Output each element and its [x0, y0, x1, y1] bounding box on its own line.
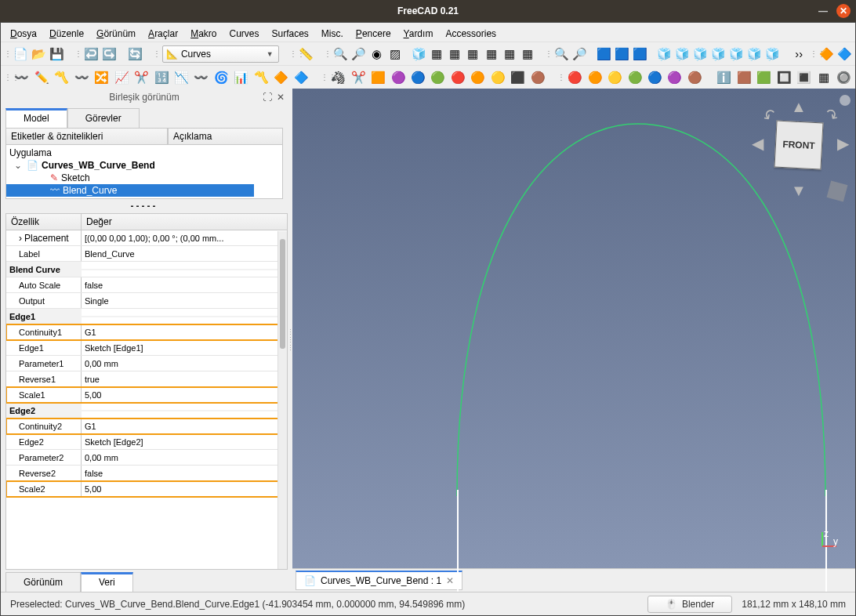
bbox-icon[interactable]: ▨ [387, 45, 402, 63]
refresh-icon[interactable]: 🔄 [128, 45, 143, 63]
redo-icon[interactable]: ↪️ [102, 45, 117, 63]
tree-app[interactable]: Uygulama [6, 147, 282, 159]
m-2-icon[interactable]: 🟠 [586, 69, 603, 86]
tree-hdr-labels[interactable]: Etiketler & öznitelikleri [6, 129, 168, 145]
rear-icon[interactable]: ▦ [484, 45, 499, 63]
c-discr-icon[interactable]: 🔢 [153, 69, 169, 86]
close-tab-icon[interactable]: ✕ [446, 575, 454, 586]
menu-view[interactable]: Görünüm [96, 28, 136, 39]
tree-sketch[interactable]: ✎ Sketch [6, 172, 282, 184]
c-comb-icon[interactable]: 📊 [233, 69, 249, 86]
c-approx-icon[interactable]: 〰️ [193, 69, 209, 86]
zoom-sel-icon[interactable]: 🔍 [554, 45, 569, 63]
splitter-dashes[interactable]: ----- [1, 199, 288, 213]
c-iso-icon[interactable]: 🔷 [293, 69, 310, 86]
s-face-icon[interactable]: 🟣 [390, 69, 406, 86]
part-box-icon[interactable]: 🟦 [597, 45, 611, 63]
m-info-icon[interactable]: ℹ️ [716, 69, 732, 86]
bottom-icon[interactable]: ▦ [502, 45, 517, 63]
m-3-icon[interactable]: 🟡 [607, 69, 623, 86]
part-cube-icon[interactable]: 🟦 [615, 45, 629, 63]
m-solid-icon[interactable]: 🟫 [735, 69, 752, 86]
view7-icon[interactable]: 🧊 [765, 45, 780, 63]
c-face-icon[interactable]: 🔶 [273, 69, 289, 86]
menu-window[interactable]: Pencere [356, 28, 391, 39]
m-face4-icon[interactable]: 🔳 [796, 69, 812, 86]
expand-icon[interactable]: › [19, 233, 22, 244]
m-7-icon[interactable]: 🟤 [687, 69, 703, 86]
m-face3-icon[interactable]: 🔲 [775, 69, 792, 86]
expand-icon[interactable]: ⌄ [14, 160, 24, 171]
nav-cube[interactable]: ▲ ◀ ▶ ▼ ↶ ↷ FRONT [753, 95, 847, 205]
close-panel-icon[interactable]: ✕ [277, 92, 285, 103]
s-rot-icon[interactable]: 🟤 [530, 69, 546, 86]
m-1-icon[interactable]: 🔴 [567, 69, 583, 86]
c-line-icon[interactable]: 〰️ [13, 69, 30, 86]
tab-data[interactable]: Veri [81, 572, 133, 592]
m-grid-icon[interactable]: ▦ [815, 69, 832, 86]
menu-accessories[interactable]: Accessories [445, 28, 496, 39]
m-6-icon[interactable]: 🟣 [666, 69, 683, 86]
top-icon[interactable]: ▦ [448, 45, 462, 63]
view4-icon[interactable]: 🧊 [711, 45, 726, 63]
iso-icon[interactable]: 🧊 [412, 45, 426, 63]
close-button[interactable]: ✕ [836, 4, 851, 18]
menu-edit[interactable]: Düzenle [49, 28, 84, 39]
view3-icon[interactable]: 🧊 [693, 45, 708, 63]
part-cube2-icon[interactable]: 🟦 [633, 45, 647, 63]
view6-icon[interactable]: 🧊 [747, 45, 762, 63]
help-icon[interactable]: 🔷 [837, 45, 852, 63]
prop-scrollbar[interactable] [277, 231, 287, 569]
menu-surfaces[interactable]: Surfaces [272, 28, 309, 39]
undo-icon[interactable]: ↩️ [84, 45, 99, 63]
right-icon[interactable]: ▦ [466, 45, 481, 63]
s-gordon-icon[interactable]: 🔵 [410, 69, 426, 86]
tab-view[interactable]: Görünüm [5, 572, 81, 592]
menu-file[interactable]: Dosya [10, 28, 37, 39]
menu-macro[interactable]: Makro [190, 28, 216, 39]
s-flat-icon[interactable]: ⬛ [510, 69, 526, 86]
view2-icon[interactable]: 🧊 [675, 45, 690, 63]
c-split-icon[interactable]: ✂️ [133, 69, 150, 86]
3d-viewport[interactable]: ▲ ◀ ▶ ▼ ↶ ↷ FRONT zy [292, 89, 855, 568]
c-extend-icon[interactable]: 📈 [113, 69, 129, 86]
s-shell-icon[interactable]: 🟠 [470, 69, 486, 86]
c-freehand-icon[interactable]: 〽️ [53, 69, 70, 86]
c-blend-icon[interactable]: 🌀 [213, 69, 230, 86]
left-icon[interactable]: ▦ [520, 45, 535, 63]
m-5-icon[interactable]: 🔵 [647, 69, 663, 86]
workbench-selector[interactable]: 📐 Curves ▼ [162, 45, 279, 63]
view1-icon[interactable]: 🧊 [657, 45, 672, 63]
menu-help[interactable]: Yardım [404, 28, 433, 39]
tree-blend-curve[interactable]: 〰 Blend_Curve [6, 184, 254, 197]
menu-tools[interactable]: Araçlar [148, 28, 178, 39]
tree-view[interactable]: Etiketler & öznitelikleri Açıklama Uygul… [5, 128, 283, 199]
tree-hdr-desc[interactable]: Açıklama [168, 129, 282, 145]
detach-icon[interactable]: ⛶ [263, 92, 272, 103]
m-solid2-icon[interactable]: 🟩 [756, 69, 772, 86]
m-last-icon[interactable]: 🔘 [836, 69, 852, 86]
doc-tab[interactable]: 📄 Curves_WB_Curve_Bend : 1 ✕ [296, 571, 462, 590]
save-icon[interactable]: 💾 [49, 45, 64, 63]
m-4-icon[interactable]: 🟢 [626, 69, 643, 86]
menu-misc[interactable]: Misc. [321, 28, 343, 39]
s-trim-icon[interactable]: ✂️ [350, 69, 366, 86]
c-param-icon[interactable]: 〽️ [253, 69, 270, 86]
c-interp-icon[interactable]: 📉 [173, 69, 190, 86]
fit-sel-icon[interactable]: 🔎 [351, 45, 366, 63]
draw-style-icon[interactable]: ◉ [369, 45, 384, 63]
prop-hdr-key[interactable]: Özellik [6, 214, 82, 230]
fit-icon[interactable]: 🔍 [333, 45, 348, 63]
open-icon[interactable]: 📂 [31, 45, 46, 63]
meas-dist-icon[interactable]: 🔎 [572, 45, 587, 63]
nav-style-button[interactable]: 🖱️ Blender [647, 596, 732, 613]
c-join-icon[interactable]: 🔀 [93, 69, 110, 86]
whatsthis-icon[interactable]: 🔶 [819, 45, 834, 63]
prop-hdr-val[interactable]: Değer [82, 214, 287, 230]
s-ext-icon[interactable]: 🟧 [370, 69, 386, 86]
view5-icon[interactable]: 🧊 [729, 45, 744, 63]
measure-icon[interactable]: 📏 [299, 45, 314, 63]
tree-doc[interactable]: ⌄ 📄 Curves_WB_Curve_Bend [6, 159, 282, 172]
property-view[interactable]: Özellik Değer ›Placement[(0,00 0,00 1,00… [5, 213, 288, 570]
c-edit-icon[interactable]: ✏️ [33, 69, 49, 86]
